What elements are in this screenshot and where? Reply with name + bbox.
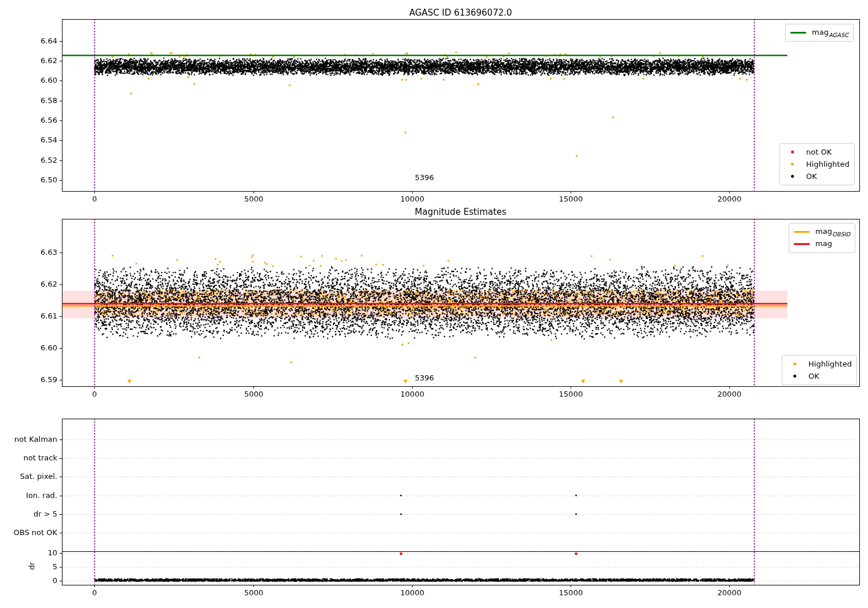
panel2-title: Magnitude Estimates [62,207,859,217]
legend-entry-highlighted: Highlighted [787,358,852,370]
marker-swatch [785,163,800,166]
line-swatch [794,231,810,233]
red-dot-icon [791,151,794,153]
legend-point-classes-top-panel: not OK Highlighted OK [779,143,855,185]
legend-label: Highlighted [806,160,849,169]
legend-entry-highlighted: Highlighted [785,158,849,170]
legend-entry-not-ok: not OK [785,146,849,158]
figure: AGASC ID 613696072.0 Magnitude Estimates… [0,0,868,608]
legend-point-classes-middle-panel: Highlighted OK [782,355,857,385]
plots-canvas [0,0,868,608]
legend-entry-ok: OK [787,370,852,382]
red-line-icon [794,243,810,245]
legend-label: OK [806,172,817,181]
legend-entry-ok: OK [785,170,849,182]
marker-swatch [787,375,803,378]
green-line-icon [790,32,806,34]
black-dot-icon [791,175,794,178]
line-swatch [790,32,806,34]
legend-label: magOBSID [815,227,850,237]
marker-swatch [785,151,800,153]
marker-swatch [785,175,800,178]
black-dot-icon [793,375,796,378]
legend-mag-lines: magOBSID mag [789,223,855,253]
panel1-title: AGASC ID 613696072.0 [62,8,859,18]
orange-dot-icon [793,362,796,365]
line-swatch [794,243,810,245]
legend-label: OK [808,372,819,380]
legend-entry-mag-obsid: magOBSID [794,226,850,238]
legend-label: magAGASC [812,28,848,38]
legend-entry-mag-agasc: magAGASC [790,27,848,39]
legend-label: Highlighted [808,360,852,368]
orange-line-icon [794,231,810,233]
orange-dot-icon [791,163,794,166]
marker-swatch [787,362,803,365]
legend-label: not OK [806,148,832,156]
legend-entry-mag: mag [794,238,850,250]
legend-mag-agasc: magAGASC [785,24,854,42]
legend-label: mag [815,239,832,250]
dr-axis-label: dr [27,562,36,570]
